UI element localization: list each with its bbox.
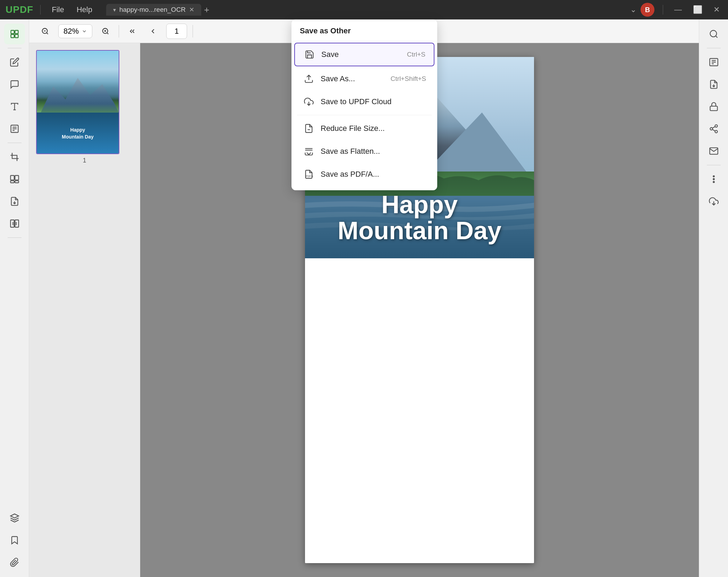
svg-rect-2 xyxy=(11,34,14,37)
pdf-title-happy: Happy xyxy=(305,192,534,217)
svg-point-49 xyxy=(713,181,714,183)
right-sidebar-share[interactable] xyxy=(703,118,724,139)
flatten-item-label: Save as Flatten... xyxy=(321,147,426,156)
reduce-size-icon xyxy=(303,122,315,135)
svg-rect-0 xyxy=(11,31,14,34)
sidebar-item-comment[interactable] xyxy=(4,74,25,95)
svg-line-24 xyxy=(107,33,108,34)
zoom-out-button[interactable] xyxy=(37,24,53,39)
tab-area: ▾ happy-mo...reen_OCR ✕ + ⌄ xyxy=(106,4,636,16)
menu-file[interactable]: File xyxy=(48,4,68,16)
maximize-button[interactable]: ⬜ xyxy=(690,4,705,16)
sidebar-item-form[interactable] xyxy=(4,118,25,139)
svg-rect-13 xyxy=(15,181,18,183)
toolbar-divider-2 xyxy=(193,25,193,37)
add-tab-button[interactable]: + xyxy=(204,5,209,15)
title-divider xyxy=(40,5,41,15)
save-menu-item-save[interactable]: Save Ctrl+S xyxy=(294,43,434,66)
menu-help[interactable]: Help xyxy=(73,4,96,16)
save-item-label: Save xyxy=(321,50,401,59)
sidebar-sep-3 xyxy=(8,237,22,238)
cloud-save-icon xyxy=(303,95,315,108)
page-number-input[interactable]: 1 xyxy=(166,24,187,39)
right-sidebar-more[interactable] xyxy=(703,169,724,190)
tab-dropdown-icon: ▾ xyxy=(113,7,116,13)
svg-line-46 xyxy=(712,127,715,128)
save-as-item-label: Save As... xyxy=(321,74,385,83)
save-as-other-menu: Save as Other Save Ctrl+S Save As... Ctr… xyxy=(291,19,437,190)
pdfa-icon: PDF/A xyxy=(303,168,315,181)
thumb-title-line2: Mountain Day xyxy=(62,134,94,141)
zoom-display[interactable]: 82% xyxy=(58,24,92,38)
right-sidebar-cloud-save[interactable] xyxy=(703,191,724,212)
user-avatar[interactable]: B xyxy=(641,3,654,17)
thumbnail-page-num: 1 xyxy=(36,157,133,164)
first-page-button[interactable] xyxy=(125,24,140,39)
minimize-button[interactable]: — xyxy=(671,4,685,16)
svg-line-21 xyxy=(46,33,48,34)
tab-label: happy-mo...reen_OCR xyxy=(119,6,186,14)
prev-page-button[interactable] xyxy=(145,24,161,39)
sidebar-sep-1 xyxy=(8,48,22,48)
save-icon xyxy=(303,48,316,61)
save-menu-item-flatten[interactable]: Save as Flatten... xyxy=(294,140,434,162)
right-sep-2 xyxy=(707,165,721,165)
save-menu-item-pdfa[interactable]: PDF/A Save as PDF/A... xyxy=(294,163,434,185)
sidebar-item-organize[interactable] xyxy=(4,169,25,190)
svg-rect-3 xyxy=(15,34,18,37)
active-tab[interactable]: ▾ happy-mo...reen_OCR ✕ xyxy=(106,4,201,16)
svg-line-35 xyxy=(716,36,717,37)
svg-text:PDF/A: PDF/A xyxy=(306,175,313,177)
svg-rect-15 xyxy=(10,220,14,227)
svg-marker-19 xyxy=(10,514,18,518)
sidebar-item-bookmark[interactable] xyxy=(4,530,25,551)
sidebar-item-edit[interactable] xyxy=(4,52,25,73)
svg-point-48 xyxy=(713,178,714,180)
svg-rect-1 xyxy=(15,31,18,34)
svg-point-42 xyxy=(715,125,717,127)
sidebar-item-compare[interactable] xyxy=(4,213,25,234)
zoom-value: 82% xyxy=(64,27,79,36)
right-sep-1 xyxy=(707,48,721,48)
app-logo: UPDF xyxy=(6,4,33,15)
save-menu-item-cloud[interactable]: Save to UPDF Cloud xyxy=(294,91,434,113)
flatten-icon xyxy=(303,145,315,158)
svg-point-43 xyxy=(710,128,712,130)
save-menu-separator xyxy=(297,115,432,115)
reduce-item-label: Reduce File Size... xyxy=(321,124,426,133)
sidebar-item-thumbnails[interactable] xyxy=(4,24,25,44)
save-menu-item-save-as[interactable]: Save As... Ctrl+Shift+S xyxy=(294,68,434,90)
sidebar-item-text[interactable] xyxy=(4,96,25,117)
right-sidebar xyxy=(699,19,728,577)
right-sidebar-protect[interactable] xyxy=(703,96,724,117)
zoom-in-button[interactable] xyxy=(98,24,113,39)
controls-divider xyxy=(663,5,663,15)
save-as-icon xyxy=(303,73,315,85)
thumb-title-line1: Happy xyxy=(70,127,85,134)
right-sidebar-export[interactable] xyxy=(703,74,724,95)
tab-close-icon[interactable]: ✕ xyxy=(189,6,194,14)
right-sidebar-search[interactable] xyxy=(703,24,724,44)
sidebar-sep-2 xyxy=(8,143,22,143)
thumb-text-overlay: Happy Mountain Day xyxy=(37,112,119,153)
right-sidebar-ocr[interactable] xyxy=(703,52,724,73)
sidebar-item-attach[interactable] xyxy=(4,552,25,573)
sidebar-item-crop[interactable] xyxy=(4,147,25,167)
right-sidebar-email[interactable] xyxy=(703,141,724,161)
sidebar-item-extract[interactable] xyxy=(4,191,25,212)
svg-line-45 xyxy=(712,129,715,131)
save-as-item-shortcut: Ctrl+Shift+S xyxy=(391,75,426,83)
cloud-item-label: Save to UPDF Cloud xyxy=(321,97,426,106)
pdf-title-mountain: Mountain Day xyxy=(305,217,534,244)
svg-rect-10 xyxy=(10,176,14,180)
close-button[interactable]: ✕ xyxy=(711,4,722,16)
svg-point-44 xyxy=(715,131,717,133)
tab-overflow-button[interactable]: ⌄ xyxy=(630,5,636,14)
thumbnail-panel: Happy Mountain Day 1 xyxy=(29,43,140,577)
save-menu-title: Save as Other xyxy=(291,24,437,41)
pdf-text-overlay: Happy Mountain Day xyxy=(305,192,534,244)
save-menu-item-reduce[interactable]: Reduce File Size... xyxy=(294,117,434,140)
thumbnail-page-1[interactable]: Happy Mountain Day 1 xyxy=(36,50,133,164)
sidebar-item-layers[interactable] xyxy=(4,508,25,528)
svg-point-47 xyxy=(713,176,714,177)
